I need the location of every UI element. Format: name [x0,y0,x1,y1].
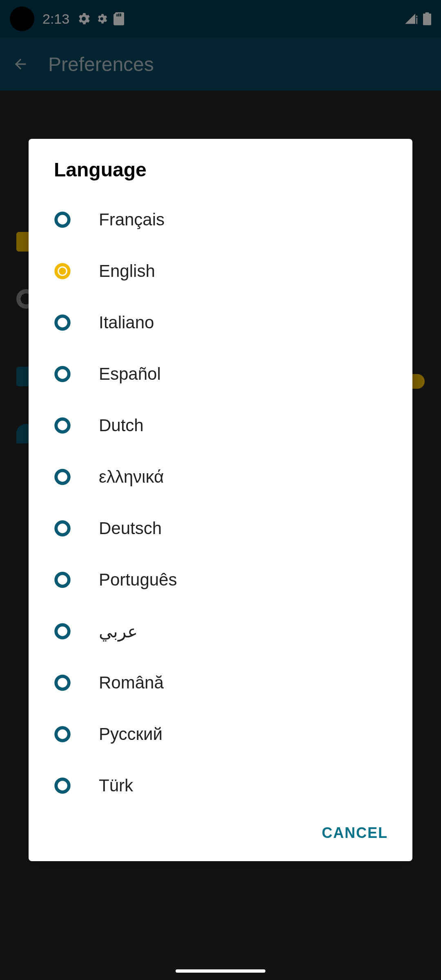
language-option-label: English [99,261,155,281]
language-option[interactable]: عربي [29,606,412,657]
language-option-label: Română [99,673,164,693]
svg-point-6 [56,368,69,381]
radio-unselected-icon [54,623,71,640]
language-option[interactable]: Português [29,554,412,606]
svg-point-2 [56,213,69,226]
nav-home-indicator[interactable] [176,969,265,973]
language-option[interactable]: Español [29,348,412,400]
modal-overlay[interactable]: Language FrançaisEnglishItalianoEspañolD… [0,0,441,980]
radio-unselected-icon [54,365,71,383]
language-option-label: Dutch [99,416,144,435]
svg-point-13 [56,728,69,741]
radio-unselected-icon [54,726,71,743]
svg-point-10 [56,573,69,586]
dialog-title: Language [29,158,412,194]
radio-unselected-icon [54,520,71,537]
svg-point-8 [56,470,69,483]
language-option[interactable]: ελληνικά [29,451,412,503]
language-option[interactable]: Türk [29,760,412,811]
language-option-label: Русский [99,724,163,744]
svg-point-11 [56,625,69,638]
language-option-label: ελληνικά [99,467,164,487]
language-option-label: Deutsch [99,519,162,538]
radio-unselected-icon [54,674,71,691]
language-option-label: Français [99,210,165,229]
radio-selected-icon [54,263,71,280]
language-option-label: Italiano [99,313,154,332]
language-option-label: Português [99,570,177,590]
language-option-label: Türk [99,776,133,795]
radio-unselected-icon [54,468,71,486]
cancel-button[interactable]: CANCEL [318,818,392,848]
svg-point-7 [56,419,69,432]
svg-point-5 [56,316,69,329]
svg-point-4 [59,267,66,275]
language-option[interactable]: Deutsch [29,503,412,554]
radio-unselected-icon [54,211,71,228]
radio-unselected-icon [54,571,71,588]
language-option[interactable]: Italiano [29,297,412,348]
language-option[interactable]: English [29,245,412,297]
svg-point-9 [56,522,69,535]
radio-unselected-icon [54,417,71,434]
language-option-label: Español [99,364,161,384]
language-options-list[interactable]: FrançaisEnglishItalianoEspañolDutchελλην… [29,194,412,811]
svg-point-14 [56,779,69,792]
radio-unselected-icon [54,314,71,331]
language-option[interactable]: Русский [29,708,412,760]
svg-point-12 [56,676,69,689]
language-option[interactable]: Română [29,657,412,708]
language-option-label: عربي [99,621,138,641]
language-option[interactable]: Français [29,194,412,245]
radio-unselected-icon [54,777,71,794]
dialog-footer: CANCEL [29,811,412,853]
language-option[interactable]: Dutch [29,400,412,451]
language-dialog: Language FrançaisEnglishItalianoEspañolD… [29,139,412,861]
